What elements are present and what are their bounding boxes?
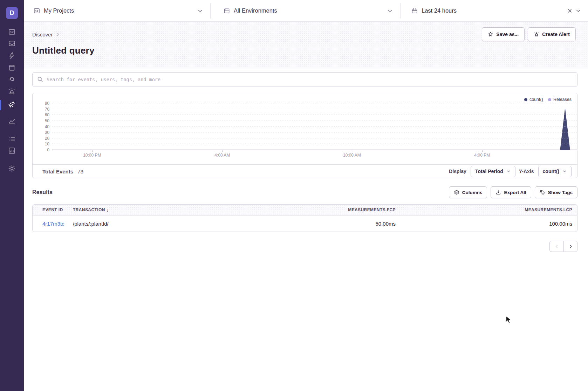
table-row: 4r17m3tc /plants/:plantId/ 50.00ms 100.0… (33, 215, 577, 232)
y-tick-label: 80 (33, 101, 49, 105)
org-avatar[interactable]: D (6, 7, 18, 19)
y-tick-label: 50 (33, 119, 49, 123)
events-chart-panel: count() Releases 01020304050607080 10:00… (32, 93, 577, 178)
list-icon (8, 135, 16, 143)
x-tick-label: 4:00 PM (474, 153, 490, 158)
project-selector[interactable]: My Projects (24, 0, 210, 21)
search-bar (32, 72, 577, 87)
gridline (52, 126, 577, 127)
y-tick-label: 10 (33, 142, 49, 146)
x-axis-tick (482, 150, 483, 152)
x-tick-label: 10:00 PM (83, 153, 101, 158)
sidebar-item-projects[interactable] (8, 28, 16, 36)
search-icon (37, 76, 43, 82)
measurements-fcp-cell: 50.00ms (232, 221, 401, 227)
previous-page-button[interactable] (549, 241, 563, 252)
releases-series-dot (548, 98, 551, 101)
chart-summary-bar: Total Events 73 Display Total Period Y-A… (33, 164, 577, 178)
chevron-down-icon (197, 8, 203, 14)
date-range-selector[interactable]: Last 24 hours (401, 0, 588, 21)
sidebar-item-stats[interactable] (8, 147, 16, 155)
x-tick-label: 10:00 AM (343, 153, 361, 158)
chart-plot (52, 103, 577, 150)
page: Discover Untitled query Save as... Creat… (24, 22, 588, 391)
column-header-event-id[interactable]: EVENT ID (33, 207, 73, 212)
page-header: Discover Untitled query Save as... Creat… (24, 22, 588, 69)
column-header-measurements-lcp[interactable]: MEASUREMENTS.LCP (401, 207, 577, 212)
column-header-measurements-fcp[interactable]: MEASUREMENTS.FCP (232, 207, 401, 212)
pagination (32, 241, 577, 252)
measurements-lcp-cell: 100.00ms (401, 221, 577, 227)
chevron-left-icon (554, 244, 559, 249)
columns-button[interactable]: Columns (449, 186, 487, 198)
sidebar-item-user-feedback[interactable] (8, 76, 16, 83)
line-chart-icon (8, 117, 16, 125)
chart-legend: count() Releases (524, 97, 572, 102)
gridline (52, 103, 577, 103)
x-tick-label: 4:00 AM (214, 153, 230, 158)
save-as-button[interactable]: Save as... (482, 27, 525, 41)
gridline (52, 115, 577, 115)
clear-date-icon[interactable] (567, 8, 573, 14)
gridline (52, 132, 577, 132)
bar-chart-icon (8, 147, 16, 155)
y-axis-labels: 01020304050607080 (33, 103, 49, 150)
download-icon (495, 190, 501, 195)
page-title: Untitled query (32, 45, 577, 56)
y-tick-label: 30 (33, 130, 49, 135)
export-all-button[interactable]: Export All (491, 186, 531, 198)
sidebar-item-settings[interactable] (8, 165, 16, 172)
legend-item-count[interactable]: count() (524, 97, 543, 102)
sidebar-item-releases[interactable] (8, 64, 16, 71)
project-folder-icon (8, 28, 16, 36)
topbar: My Projects All Environments Last 24 hou… (24, 0, 588, 22)
next-page-button[interactable] (563, 241, 577, 252)
sidebar-item-alerts[interactable] (8, 88, 16, 95)
column-header-transaction[interactable]: TRANSACTION ↓ (73, 207, 232, 213)
display-label: Display (449, 169, 466, 174)
y-tick-label: 40 (33, 125, 49, 129)
sidebar-item-issues[interactable] (8, 40, 16, 47)
results-table: EVENT ID TRANSACTION ↓ MEASUREMENTS.FCP … (32, 204, 577, 232)
gear-icon (8, 165, 16, 172)
telescope-icon (8, 100, 16, 108)
x-axis-tick (222, 150, 223, 152)
event-id-link[interactable]: 4r17m3tc (33, 221, 73, 227)
results-heading: Results (32, 189, 53, 196)
layers-icon (454, 190, 459, 195)
show-tags-button[interactable]: Show Tags (535, 186, 577, 198)
x-axis-tick (352, 150, 352, 152)
count-series-dot (524, 98, 527, 101)
legend-item-releases[interactable]: Releases (548, 97, 572, 102)
breadcrumb-discover-link[interactable]: Discover (32, 32, 53, 37)
environment-selector[interactable]: All Environments (211, 0, 400, 21)
environment-selector-label: All Environments (234, 7, 277, 14)
chevron-down-icon (562, 169, 567, 174)
gridline (52, 121, 577, 121)
date-range-label: Last 24 hours (422, 7, 457, 14)
active-nav-indicator (0, 100, 1, 110)
sidebar-item-discover[interactable] (8, 100, 16, 108)
results-table-header: EVENT ID TRANSACTION ↓ MEASUREMENTS.FCP … (33, 205, 577, 215)
y-axis-select[interactable]: count() (538, 166, 572, 177)
events-chart: count() Releases 01020304050607080 10:00… (33, 93, 577, 164)
display-select[interactable]: Total Period (471, 166, 515, 177)
y-tick-label: 0 (33, 148, 49, 152)
y-tick-label: 20 (33, 136, 49, 140)
x-axis-tick (92, 150, 93, 152)
transaction-cell: /plants/:plantId/ (73, 221, 232, 227)
project-folder-icon (33, 7, 40, 14)
window-icon (223, 7, 230, 14)
sidebar-item-performance[interactable] (8, 52, 16, 60)
search-input[interactable] (32, 72, 577, 87)
count-series-area (52, 103, 577, 150)
chevron-down-icon[interactable] (575, 8, 581, 14)
sidebar-item-activity[interactable] (8, 135, 16, 143)
y-axis-label: Y-Axis (519, 169, 534, 174)
chevron-right-icon (568, 244, 573, 249)
sort-desc-icon: ↓ (107, 207, 109, 213)
create-alert-button[interactable]: Create Alert (528, 27, 576, 41)
tag-icon (540, 190, 545, 195)
sidebar-item-dashboards[interactable] (8, 117, 16, 125)
support-headset-icon (8, 76, 16, 83)
